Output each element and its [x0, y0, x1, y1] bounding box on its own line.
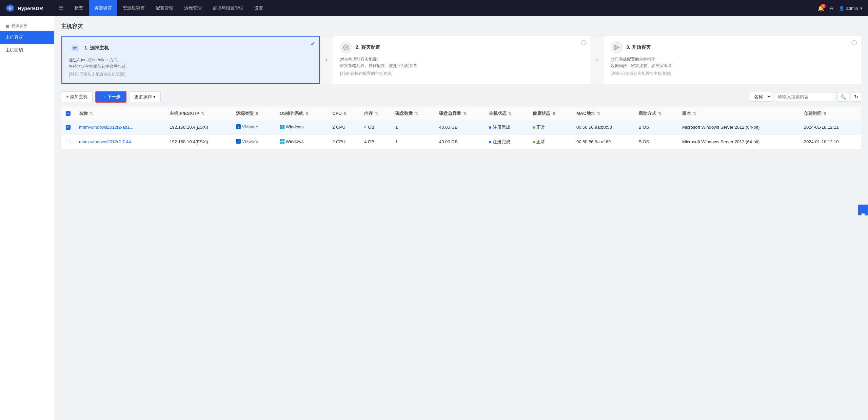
select-all-checkbox[interactable]: – — [66, 111, 71, 116]
step-3-icon — [611, 41, 623, 54]
sidebar: ▦ 资源容灾 主机容灾 主机回切 — [0, 16, 54, 420]
col-host-status: 主机状态 ⇅ — [485, 107, 529, 120]
svg-rect-19 — [282, 142, 284, 144]
host-ip-0: 192.168.10.4(ESXi) — [165, 120, 232, 134]
step-card-3: 3. 开始容灾 对已完成配置的主机操作:数据同步、容灾接管、容灾演练等 [列表-… — [604, 36, 861, 84]
col-mac: MAC地址 ⇅ — [572, 107, 634, 120]
host-created-1: 2024-01-18:12:10 — [800, 134, 861, 149]
col-name: 名称 ⇅ — [75, 107, 165, 120]
notification-icon[interactable]: 🔔 2 — [817, 5, 824, 12]
nav-item-group-dr[interactable]: 资源组容灾 — [117, 0, 150, 16]
step-3-subdesc: [列表-已完成容灾配置的主机资源] — [611, 70, 854, 77]
table-row: mhm-windows2012r2-7.44 192.168.10.4(ESXi… — [61, 134, 861, 149]
nav-item-resource-dr[interactable]: 资源容灾 — [89, 0, 117, 16]
host-disk-capacity-0: 40.00 GB — [435, 120, 485, 134]
search-button[interactable]: 🔍 — [837, 92, 849, 102]
col-health-status: 健康状态 ⇅ — [529, 107, 572, 120]
sidebar-item-host-failback[interactable]: 主机回切 — [0, 44, 54, 57]
search-area: 名称 🔍 ↻ — [749, 92, 861, 102]
svg-rect-3 — [72, 46, 78, 50]
svg-text:V: V — [237, 140, 239, 143]
app-name: HyperBDR — [18, 5, 43, 11]
svg-rect-18 — [280, 142, 282, 144]
nav-item-config[interactable]: 配置管理 — [150, 0, 179, 16]
step-2-icon — [340, 41, 352, 54]
host-source-0: V VMware — [232, 120, 276, 134]
nav-item-settings[interactable]: 设置 — [249, 0, 269, 16]
more-actions-button[interactable]: 更多操作 ▾ — [129, 91, 161, 102]
translate-icon[interactable]: A — [830, 5, 833, 11]
next-step-button[interactable]: → 下一步 — [95, 91, 126, 103]
svg-rect-16 — [280, 139, 282, 141]
step-2-desc: 对主机进行容灾配置:容灾策略配置、存储配置、恢复平台配置等 — [340, 56, 584, 69]
host-name-link-1[interactable]: mhm-windows2012r2-7.44 — [79, 139, 131, 144]
svg-rect-12 — [280, 127, 282, 129]
host-disk-count-0: 1 — [391, 120, 435, 134]
more-actions-chevron-icon: ▾ — [153, 94, 156, 99]
user-menu[interactable]: 👤 admin ▾ — [839, 6, 863, 11]
host-health-1: 正常 — [529, 134, 572, 149]
svg-rect-17 — [282, 139, 284, 141]
refresh-button[interactable]: ↻ — [851, 92, 861, 102]
host-mac-1: 00:50:56:9a:af:69 — [572, 134, 634, 149]
host-boot-0: BIOS — [634, 120, 678, 134]
col-cpu: CPU ⇅ — [328, 107, 360, 120]
col-memory: 内存 ⇅ — [360, 107, 391, 120]
nav-item-monitor[interactable]: 监控与报警管理 — [207, 0, 249, 16]
step-2-title: 2. 容灾配置 — [356, 44, 380, 50]
step-1-icon — [69, 42, 81, 54]
section-icon: ▦ — [5, 24, 9, 28]
step-3-circle-icon — [851, 40, 857, 45]
host-os-1: Windows — [276, 134, 329, 149]
step-2-subdesc: [列表-待操作配置的主机资源] — [340, 70, 584, 77]
step-2-circle-icon — [581, 40, 586, 45]
notification-badge: 2 — [821, 4, 826, 8]
host-mac-0: 00:50:56:9a:b8:53 — [572, 120, 634, 134]
step-3-desc: 对已完成配置的主机操作:数据同步、容灾接管、容灾演练等 — [611, 56, 854, 69]
step-divider-2: › — [590, 36, 604, 84]
host-status-0: 注册完成 — [485, 120, 529, 134]
host-os-0: Windows — [276, 120, 329, 134]
nav-item-overview[interactable]: 概览 — [69, 0, 89, 16]
host-table: – 名称 ⇅ 主机IP/ESXi IP ⇅ 源端类型 ⇅ OS操作系统 ⇅ CP… — [61, 107, 861, 149]
app-logo: H HyperBDR — [5, 3, 53, 13]
col-source-type: 源端类型 ⇅ — [232, 107, 276, 120]
col-os: OS操作系统 ⇅ — [276, 107, 329, 120]
add-host-button[interactable]: + 添加主机 — [61, 91, 93, 102]
step-cards: 1. 选择主机 通过Agent或Agentless方式将待容灾主机添加到平台并勾… — [61, 36, 861, 84]
row-checkbox-0[interactable]: ✓ — [66, 125, 71, 130]
host-version-1: Microsoft Windows Server 2012 (64-bit) — [678, 134, 800, 149]
hamburger-menu[interactable]: ☰ — [58, 4, 64, 12]
nav-item-ops[interactable]: 运维管理 — [179, 0, 207, 16]
host-disk-count-1: 1 — [391, 134, 435, 149]
host-source-1: V VMware — [232, 134, 276, 149]
svg-marker-7 — [615, 45, 619, 50]
page-title: 主机容灾 — [61, 23, 861, 30]
host-name-link-0[interactable]: mhm-windows2012r2-ad1.... — [79, 125, 135, 130]
host-memory-1: 4 GB — [360, 134, 391, 149]
step-1-check-icon: ✔ — [311, 41, 315, 47]
sidebar-item-host-dr[interactable]: 主机容灾 — [0, 31, 54, 44]
search-field-select[interactable]: 名称 — [749, 92, 772, 102]
nav-right-section: 🔔 2 A 👤 admin ▾ — [817, 5, 863, 12]
col-boot-mode: 启动方式 ⇅ — [634, 107, 678, 120]
sidebar-section-title: ▦ 资源容灾 — [0, 19, 54, 31]
svg-rect-11 — [282, 125, 284, 127]
row-checkbox-1[interactable] — [66, 140, 71, 144]
host-cpu-1: 2 CPU — [328, 134, 360, 149]
svg-text:H: H — [9, 7, 11, 10]
host-cpu-0: 2 CPU — [328, 120, 360, 134]
search-input[interactable] — [774, 92, 835, 101]
host-ip-1: 192.168.10.4(ESXi) — [165, 134, 232, 149]
col-version: 版本 ⇅ — [678, 107, 800, 120]
host-boot-1: BIOS — [634, 134, 678, 149]
user-icon: 👤 — [839, 6, 844, 11]
step-1-desc: 通过Agent或Agentless方式将待容灾主机添加到平台并勾选 — [69, 57, 312, 70]
step-card-1: 1. 选择主机 通过Agent或Agentless方式将待容灾主机添加到平台并勾… — [61, 36, 320, 84]
online-service-button[interactable]: 在线客服 — [858, 205, 868, 215]
table-row: ✓ mhm-windows2012r2-ad1.... 192.168.10.4… — [61, 120, 861, 134]
svg-rect-13 — [282, 127, 284, 129]
svg-text:V: V — [237, 126, 239, 128]
main-content: 主机容灾 1. 选择主机 通过Agent或Agentless方式将待容灾主机添加… — [54, 16, 868, 420]
col-ip: 主机IP/ESXi IP ⇅ — [165, 107, 232, 120]
